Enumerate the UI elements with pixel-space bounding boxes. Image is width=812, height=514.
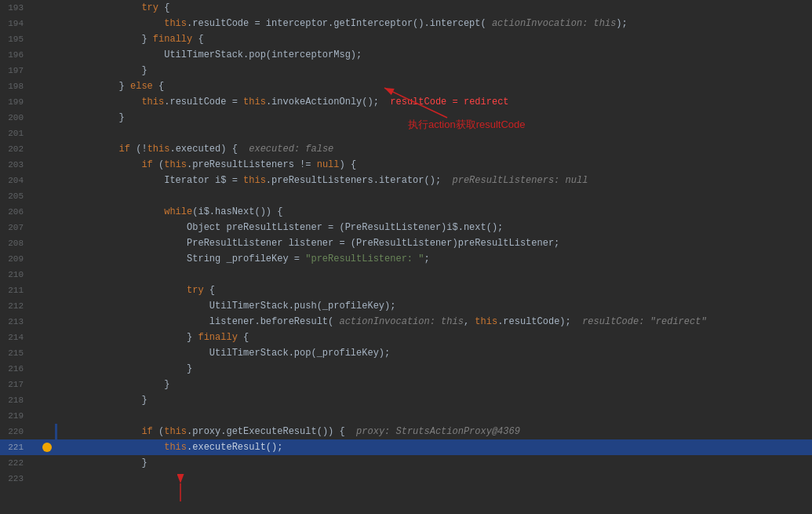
gutter2 (55, 157, 71, 173)
gutter (39, 220, 55, 235)
gutter2 (55, 455, 71, 471)
code-content: try { (71, 283, 812, 298)
line-number: 222 (0, 455, 30, 471)
code-content: } else { (71, 78, 812, 94)
line-number: 215 (0, 345, 30, 361)
code-line: 219 (0, 408, 812, 424)
gutter2 (55, 283, 71, 298)
line-number: 214 (0, 330, 30, 345)
gutter (39, 377, 55, 392)
gutter2 (55, 220, 71, 235)
line-number: 204 (0, 173, 30, 188)
gutter2 (55, 377, 71, 392)
gutter (39, 471, 55, 487)
code-line: 195 } finally { (0, 31, 812, 47)
fold-gutter (30, 173, 39, 188)
code-line: 204 Iterator i$ = this.preResultListener… (0, 173, 812, 188)
fold-gutter (30, 298, 39, 314)
fold-gutter (30, 392, 39, 408)
gutter (39, 78, 55, 94)
line-number: 205 (0, 188, 30, 204)
gutter2 (55, 0, 71, 16)
gutter (39, 283, 55, 298)
fold-gutter (30, 345, 39, 361)
line-number: 220 (0, 424, 30, 439)
gutter2 (55, 188, 71, 204)
fold-gutter (30, 439, 39, 455)
code-content: listener.beforeResult( actionInvocation:… (71, 314, 812, 330)
code-content: } (71, 361, 812, 377)
fold-gutter (30, 424, 39, 439)
line-number: 197 (0, 63, 30, 78)
line-number: 211 (0, 283, 30, 298)
gutter (39, 251, 55, 267)
gutter2 (55, 110, 71, 126)
code-line: 218 } (0, 392, 812, 408)
code-content: } (71, 377, 812, 392)
fold-gutter (30, 94, 39, 110)
code-content: UtilTimerStack.pop(interceptorMsg); (71, 47, 812, 63)
code-content (71, 267, 812, 283)
gutter2 (55, 392, 71, 408)
code-line: 217 } (0, 377, 812, 392)
gutter2 (55, 267, 71, 283)
line-number: 208 (0, 235, 30, 251)
code-line: 206 while(i$.hasNext()) { (0, 204, 812, 220)
code-content: String _profileKey = "preResultListener:… (71, 251, 812, 267)
gutter2 (55, 94, 71, 110)
line-number: 210 (0, 267, 30, 283)
fold-gutter (30, 110, 39, 126)
gutter2 (55, 251, 71, 267)
code-content: this.executeResult(); (71, 439, 812, 455)
code-content (71, 126, 812, 141)
fold-gutter (30, 0, 39, 16)
fold-gutter (30, 251, 39, 267)
line-number: 198 (0, 78, 30, 94)
gutter (39, 455, 55, 471)
code-line: 213 listener.beforeResult( actionInvocat… (0, 314, 812, 330)
fold-gutter (30, 361, 39, 377)
gutter2 (55, 16, 71, 31)
gutter (39, 439, 55, 455)
line-number: 223 (0, 471, 30, 487)
fold-gutter (30, 47, 39, 63)
line-number: 193 (0, 0, 30, 16)
code-line: 212 UtilTimerStack.push(_profileKey); (0, 298, 812, 314)
gutter (39, 298, 55, 314)
gutter2 (55, 204, 71, 220)
gutter (39, 16, 55, 31)
editor-container: 193 try { 194 this.resultCode = intercep… (0, 0, 812, 514)
line-number: 219 (0, 408, 30, 424)
code-line: 220 if (this.proxy.getExecuteResult()) {… (0, 424, 812, 439)
gutter2 (55, 298, 71, 314)
code-content: PreResultListener listener = (PreResultL… (71, 235, 812, 251)
gutter2 (55, 424, 71, 439)
gutter (39, 330, 55, 345)
line-number: 194 (0, 16, 30, 31)
code-content: UtilTimerStack.pop(_profileKey); (71, 345, 812, 361)
gutter (39, 188, 55, 204)
line-number: 206 (0, 204, 30, 220)
gutter (39, 235, 55, 251)
gutter2 (55, 126, 71, 141)
line-number: 199 (0, 94, 30, 110)
gutter (39, 141, 55, 157)
gutter2 (55, 78, 71, 94)
code-content: } (71, 455, 812, 471)
fold-gutter (30, 63, 39, 78)
code-line: 209 String _profileKey = "preResultListe… (0, 251, 812, 267)
code-area[interactable]: 193 try { 194 this.resultCode = intercep… (0, 0, 812, 514)
code-content: } finally { (71, 31, 812, 47)
fold-gutter (30, 157, 39, 173)
gutter (39, 63, 55, 78)
gutter2 (55, 314, 71, 330)
gutter2 (55, 47, 71, 63)
code-line: 196 UtilTimerStack.pop(interceptorMsg); (0, 47, 812, 63)
code-line: 211 try { (0, 283, 812, 298)
line-number: 200 (0, 110, 30, 126)
line-number: 207 (0, 220, 30, 235)
code-content: } (71, 63, 812, 78)
gutter2 (55, 235, 71, 251)
fold-gutter (30, 314, 39, 330)
gutter (39, 408, 55, 424)
